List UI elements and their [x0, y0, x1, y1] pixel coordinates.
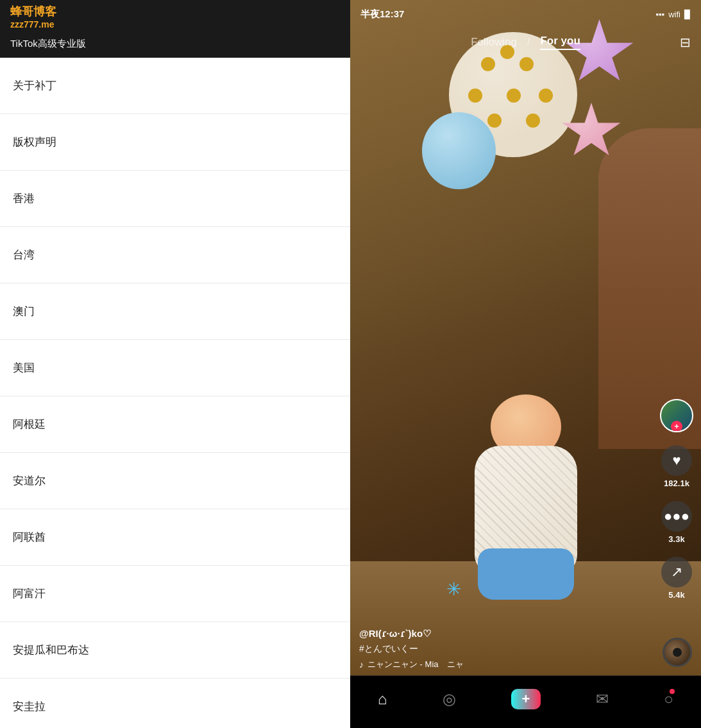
discover-icon: ◎	[443, 690, 456, 708]
music-disc-inner	[673, 648, 682, 657]
watermark: 蜂哥博客 zzz777.me	[10, 5, 56, 30]
avatar: +	[660, 399, 693, 432]
avatar-item[interactable]: +	[660, 399, 693, 432]
nav-menu-icon[interactable]: ⊟	[680, 35, 691, 50]
right-actions: + ♥ 182.1k ●●● 3.3k ↗ 5.4k	[660, 399, 693, 600]
menu-label-macau: 澳门	[13, 304, 35, 319]
menu-item-uae[interactable]: 阿联酋	[0, 509, 350, 566]
menu-label-usa: 美国	[13, 360, 35, 375]
profile-icon: ○	[664, 690, 673, 708]
menu-item-usa[interactable]: 美国	[0, 340, 350, 396]
menu-item-argentina[interactable]: 阿根廷	[0, 396, 350, 453]
menu-label-antigua: 安提瓜和巴布达	[13, 643, 89, 657]
inbox-icon: ✉	[596, 690, 609, 708]
status-bar: 半夜12:37 ▪▪▪ wifi ▉	[350, 0, 701, 28]
like-count: 182.1k	[664, 478, 689, 488]
app-title: TikTok高级专业版	[10, 38, 340, 50]
nav-discover[interactable]: ◎	[443, 690, 456, 708]
comment-action[interactable]: ●●● 3.3k	[661, 501, 692, 544]
left-panel: 蜂哥博客 zzz777.me TikTok高级专业版 关于补丁版权声明香港台湾澳…	[0, 0, 350, 728]
menu-label-argentina: 阿根廷	[13, 417, 46, 432]
music-disc	[663, 638, 692, 667]
bottom-nav: ⌂ ◎ ✉ ○	[350, 675, 701, 728]
blue-balloon	[422, 112, 496, 189]
tab-foryou[interactable]: For you	[540, 35, 580, 50]
add-button[interactable]	[511, 689, 541, 709]
menu-item-angola[interactable]: 安圭拉	[0, 679, 350, 728]
right-panel: ✳ 半夜12:37 ▪▪▪ wifi ▉ Following / For you…	[350, 0, 701, 728]
menu-label-afghanistan: 阿富汗	[13, 586, 46, 601]
notification-dot	[670, 689, 675, 694]
battery-icon: ▉	[684, 10, 691, 19]
menu-item-copyright[interactable]: 版权声明	[0, 114, 350, 171]
top-nav: Following / For you ⊟	[350, 28, 701, 56]
menu-item-macau[interactable]: 澳门	[0, 284, 350, 340]
menu-label-copyright: 版权声明	[13, 135, 56, 149]
spinner-toy: ✳	[446, 579, 461, 600]
menu-label-uae: 阿联酋	[13, 530, 46, 545]
share-count: 5.4k	[668, 590, 684, 600]
left-header: 蜂哥博客 zzz777.me TikTok高级专业版	[0, 0, 350, 58]
bottom-content: @RI(ɾ·ω·ɾ`)ko♡ #とんでいくー ♪ ニャンニャン - Mia ニャ	[359, 628, 656, 670]
menu-label-angola: 安圭拉	[13, 699, 46, 714]
username: @RI(ɾ·ω·ɾ`)ko♡	[359, 628, 656, 639]
nav-inbox[interactable]: ✉	[596, 690, 609, 708]
baby-figure	[436, 369, 616, 625]
nav-home[interactable]: ⌂	[378, 690, 387, 708]
like-icon: ♥	[661, 445, 692, 476]
share-action[interactable]: ↗ 5.4k	[661, 557, 692, 600]
menu-label-andorra: 安道尔	[13, 473, 46, 488]
status-icons: ▪▪▪ wifi ▉	[655, 10, 691, 19]
menu-label-hong-kong: 香港	[13, 191, 35, 206]
menu-item-hong-kong[interactable]: 香港	[0, 171, 350, 227]
menu-item-taiwan[interactable]: 台湾	[0, 227, 350, 284]
menu-item-andorra[interactable]: 安道尔	[0, 453, 350, 509]
comment-icon: ●●●	[661, 501, 692, 532]
nav-separator: /	[527, 37, 530, 48]
music-info: ♪ ニャンニャン - Mia ニャ	[359, 659, 656, 670]
menu-label-about-patch: 关于补丁	[13, 78, 56, 93]
baby-pants	[478, 548, 574, 600]
nav-profile[interactable]: ○	[664, 690, 673, 708]
nav-add[interactable]	[511, 689, 541, 709]
music-note-icon: ♪	[359, 659, 364, 670]
menu-item-afghanistan[interactable]: 阿富汗	[0, 566, 350, 622]
comment-count: 3.3k	[668, 534, 684, 544]
watermark-url: zzz777.me	[10, 19, 56, 30]
tab-following[interactable]: Following	[471, 36, 517, 49]
hashtag: #とんでいくー	[359, 643, 656, 655]
home-icon: ⌂	[378, 690, 387, 708]
menu-list: 关于补丁版权声明香港台湾澳门美国阿根廷安道尔阿联酋阿富汗安提瓜和巴布达安圭拉	[0, 58, 350, 728]
music-text: ニャンニャン - Mia ニャ	[367, 659, 464, 670]
share-icon: ↗	[661, 557, 692, 588]
follow-plus[interactable]: +	[671, 421, 682, 432]
signal-icon: ▪▪▪	[655, 10, 664, 19]
menu-label-taiwan: 台湾	[13, 248, 35, 262]
menu-item-antigua[interactable]: 安提瓜和巴布达	[0, 622, 350, 679]
status-time: 半夜12:37	[360, 8, 404, 21]
like-action[interactable]: ♥ 182.1k	[661, 445, 692, 488]
watermark-line1: 蜂哥博客	[10, 5, 56, 19]
wifi-icon: wifi	[668, 10, 680, 19]
menu-item-about-patch[interactable]: 关于补丁	[0, 58, 350, 114]
